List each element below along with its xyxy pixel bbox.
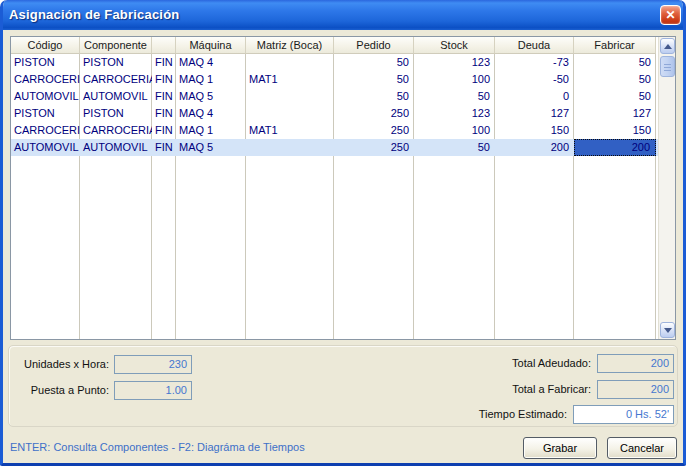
table-cell[interactable]: MAQ 1 [176,71,246,88]
table-cell[interactable]: 200 [495,139,574,156]
column-header-deuda[interactable]: Deuda [495,37,574,54]
table-row[interactable]: CARROCERIACARROCERIAFINMAQ 1MAT125010015… [11,122,658,139]
estimated-time-label: Tiempo Estimado: [449,405,567,424]
table-cell[interactable]: 100 [414,122,495,139]
table-cell[interactable]: FIN [152,88,176,105]
table-cell[interactable]: AUTOMOVIL [11,88,80,105]
table-cell[interactable] [246,105,334,122]
table-cell[interactable]: MAQ 5 [176,139,246,156]
fabrication-assignment-dialog: Asignación de Fabricación ✕ CódigoCompon… [0,0,686,466]
table-body: PISTONPISTONFINMAQ 450123-7350CARROCERIA… [11,54,658,339]
table-cell[interactable]: FIN [152,139,176,156]
table-cell[interactable]: 150 [574,122,656,139]
table-cell[interactable]: 123 [414,54,495,71]
total-owed-label: Total Adeudado: [449,354,591,373]
scrollbar-thumb[interactable] [660,56,675,77]
table-cell[interactable]: PISTON [11,54,80,71]
table-cell[interactable]: FIN [152,105,176,122]
table-cell[interactable] [246,139,334,156]
cancel-button[interactable]: Cancelar [607,437,677,459]
table-cell[interactable]: AUTOMOVIL [80,139,152,156]
titlebar[interactable]: Asignación de Fabricación ✕ [0,0,686,30]
table-cell[interactable]: 127 [495,105,574,122]
table-cell[interactable]: 250 [334,122,414,139]
total-to-fabricate-field[interactable]: 200 [597,380,674,399]
setup-label: Puesta a Punto: [11,381,109,400]
table-cell[interactable]: FIN [152,71,176,88]
table-cell[interactable]: 127 [574,105,656,122]
table-cell[interactable]: CARROCERIA [11,122,80,139]
total-owed-field[interactable]: 200 [597,354,674,373]
table-cell[interactable]: 50 [334,54,414,71]
table-cell[interactable]: CARROCERIA [80,71,152,88]
table-cell[interactable]: 250 [334,139,414,156]
column-header-máquina[interactable]: Máquina [176,37,246,54]
table-header: CódigoComponenteMáquinaMatriz (Boca)Pedi… [11,37,658,54]
table-cell[interactable]: -73 [495,54,574,71]
table-cell[interactable] [246,54,334,71]
table-cell[interactable]: CARROCERIA [11,71,80,88]
table-cell[interactable]: 200 [574,139,656,156]
table-cell[interactable]: 50 [414,88,495,105]
table-cell[interactable]: MAQ 5 [176,88,246,105]
vertical-scrollbar[interactable] [658,37,675,339]
column-header-componente[interactable]: Componente [80,37,152,54]
table-cell[interactable]: FIN [152,122,176,139]
table-cell[interactable]: 250 [334,105,414,122]
column-header-blank[interactable] [152,37,176,54]
table-cell[interactable]: MAQ 4 [176,54,246,71]
dialog-body: CódigoComponenteMáquinaMatriz (Boca)Pedi… [3,30,683,463]
table-cell[interactable]: 50 [574,54,656,71]
window-title: Asignación de Fabricación [9,7,179,22]
table-cell[interactable]: 50 [414,139,495,156]
table-row[interactable]: PISTONPISTONFINMAQ 4250123127127 [11,105,658,122]
table-cell[interactable]: AUTOMOVIL [80,88,152,105]
totals-groupbox: Unidades x Hora: 230 Puesta a Punto: 1.0… [8,345,678,427]
total-to-fabricate-label: Total a Fabricar: [449,380,591,399]
fabrication-table: CódigoComponenteMáquinaMatriz (Boca)Pedi… [10,36,676,340]
table-row[interactable]: CARROCERIACARROCERIAFINMAQ 1MAT150100-50… [11,71,658,88]
save-button[interactable]: Grabar [523,437,597,459]
table-cell[interactable]: MAQ 1 [176,122,246,139]
table-cell[interactable]: 50 [334,88,414,105]
chevron-down-icon [664,328,672,333]
table-cell[interactable]: AUTOMOVIL [11,139,80,156]
table-cell[interactable]: CARROCERIA [80,122,152,139]
thumb-grip-icon [664,64,671,71]
table-row[interactable]: PISTONPISTONFINMAQ 450123-7350 [11,54,658,71]
table-cell[interactable]: PISTON [80,105,152,122]
table-row[interactable]: AUTOMOVILAUTOMOVILFINMAQ 55050050 [11,88,658,105]
table-cell[interactable]: MAT1 [246,122,334,139]
column-header-matriz-boca-[interactable]: Matriz (Boca) [246,37,334,54]
table-cell[interactable]: PISTON [80,54,152,71]
table-cell[interactable]: FIN [152,54,176,71]
table-cell[interactable]: 150 [495,122,574,139]
chevron-up-icon [664,44,672,49]
table-cell[interactable]: 50 [334,71,414,88]
column-header-fabricar[interactable]: Fabricar [574,37,656,54]
scroll-down-button[interactable] [660,322,675,338]
table-row[interactable]: AUTOMOVILAUTOMOVILFINMAQ 525050200200 [11,139,658,156]
estimated-time-field[interactable]: 0 Hs. 52' [573,405,674,424]
table-cell[interactable]: 0 [495,88,574,105]
table-cell[interactable]: -50 [495,71,574,88]
column-header-pedido[interactable]: Pedido [334,37,414,54]
table-cell[interactable]: 50 [574,71,656,88]
column-header-código[interactable]: Código [11,37,80,54]
table-cell[interactable] [246,88,334,105]
table-cell[interactable]: PISTON [11,105,80,122]
table-cell[interactable]: 50 [574,88,656,105]
table-cell[interactable]: MAT1 [246,71,334,88]
table-cell[interactable]: MAQ 4 [176,105,246,122]
units-per-hour-label: Unidades x Hora: [11,355,109,374]
column-header-stock[interactable]: Stock [414,37,495,54]
scroll-up-button[interactable] [660,38,675,54]
keyboard-hints-status: ENTER: Consulta Componentes - F2: Diagrá… [10,441,305,453]
units-per-hour-field[interactable]: 230 [114,355,192,374]
close-icon[interactable]: ✕ [660,5,681,25]
table-cell[interactable]: 100 [414,71,495,88]
setup-field[interactable]: 1.00 [114,381,192,400]
table-cell[interactable]: 123 [414,105,495,122]
